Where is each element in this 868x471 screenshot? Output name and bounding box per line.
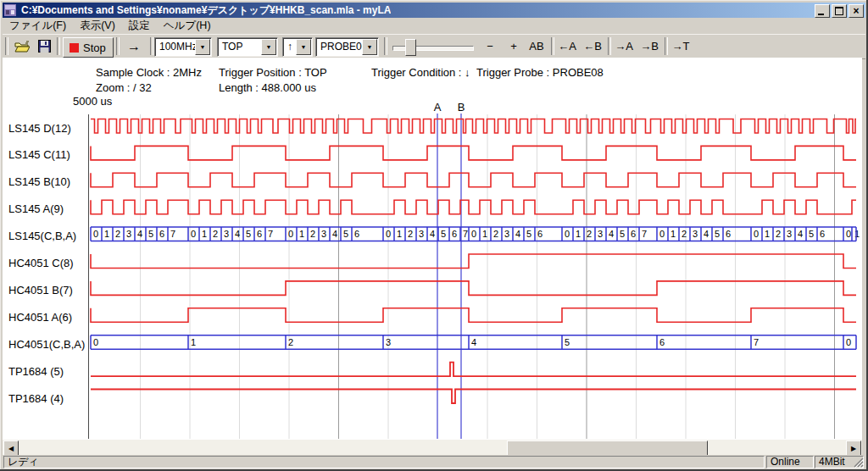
sample-clock-value: 100MHz	[159, 40, 198, 53]
dropdown-arrow-icon[interactable]: ▼	[261, 39, 276, 55]
scroll-right-button[interactable]: ▶	[846, 441, 861, 456]
channel-label: LS145(C,B,A)	[8, 230, 76, 242]
channel-label: HC4051 C(8)	[8, 257, 74, 269]
minimize-button[interactable]	[815, 4, 830, 18]
goto-trigger-button[interactable]: →T	[669, 36, 693, 56]
scrollbar-thumb[interactable]	[507, 441, 708, 456]
toolbar-separator	[551, 37, 554, 55]
info-sample-clock: Sample Clock : 2MHz	[96, 66, 202, 79]
app-window: C:¥Documents and Settings¥noname¥デスクトップ¥…	[0, 0, 868, 471]
maximize-button[interactable]	[832, 4, 847, 18]
toolbar: Stop → 100MHz ▼ TOP ▼ ↑ ▼ PROBE00 ▼ − + …	[3, 34, 865, 59]
sample-clock-combo[interactable]: 100MHz ▼	[154, 37, 212, 57]
channel-label: LS145 A(9)	[8, 202, 64, 215]
open-file-button[interactable]	[12, 37, 32, 55]
time-division-label: 5000 us	[73, 95, 112, 108]
channel-label: LS145 C(11)	[8, 148, 70, 161]
trigger-probe-value: PROBE00	[320, 40, 367, 53]
toolbar-separator	[665, 37, 668, 55]
maximize-icon	[835, 7, 843, 15]
slider-thumb[interactable]	[405, 39, 416, 56]
waveform-area	[3, 58, 862, 440]
status-online: Online	[766, 456, 814, 468]
goto-cursor-b-right-button[interactable]: →B	[637, 36, 661, 56]
close-icon: ×	[853, 6, 859, 16]
dropdown-arrow-icon[interactable]: ▼	[362, 39, 377, 55]
dropdown-arrow-icon[interactable]: ▼	[195, 39, 210, 55]
menu-settings[interactable]: 設定	[122, 17, 157, 35]
window-border	[0, 0, 1, 471]
minimize-icon	[818, 14, 824, 15]
channel-label: HC4051 B(7)	[8, 284, 73, 296]
window-border	[0, 0, 868, 1]
toolbar-grip	[5, 37, 8, 55]
close-button[interactable]: ×	[849, 4, 864, 18]
goto-cursor-a-left-button[interactable]: ←A	[555, 36, 579, 56]
stop-square-icon	[70, 43, 79, 53]
channel-label: LS145 D(12)	[8, 122, 71, 135]
dropdown-arrow-icon[interactable]: ▼	[296, 39, 311, 55]
resize-grip[interactable]	[853, 457, 864, 468]
save-button[interactable]	[34, 37, 54, 55]
trigger-position-value: TOP	[222, 40, 242, 53]
toolbar-separator	[608, 37, 611, 55]
channel-label: TP1684 (5)	[8, 365, 64, 378]
channel-label: HC4051 A(6)	[8, 311, 72, 324]
trigger-edge-combo[interactable]: ↑ ▼	[282, 37, 313, 57]
info-trigger-position: Trigger Position : TOP	[219, 66, 327, 79]
trigger-probe-combo[interactable]: PROBE00 ▼	[315, 37, 379, 57]
goto-cursor-a-right-button[interactable]: →A	[612, 36, 636, 56]
menu-view[interactable]: 表示(V)	[73, 17, 122, 35]
toolbar-separator	[116, 37, 120, 55]
floppy-disk-icon	[38, 40, 51, 53]
run-button[interactable]: →	[121, 36, 147, 56]
channel-label: TP1684 (4)	[8, 392, 64, 405]
status-ready: レディ	[3, 456, 765, 468]
zoom-in-button[interactable]: +	[504, 36, 524, 56]
menu-file[interactable]: ファイル(F)	[3, 17, 73, 35]
menu-help[interactable]: ヘルプ(H)	[157, 17, 218, 35]
trigger-position-combo[interactable]: TOP ▼	[217, 37, 278, 57]
zoom-slider[interactable]	[392, 36, 474, 57]
channel-label: LS145 B(10)	[8, 175, 70, 188]
trigger-edge-value: ↑	[287, 40, 292, 53]
zoom-ab-button[interactable]: AB	[525, 36, 548, 56]
goto-cursor-b-left-button[interactable]: ←B	[581, 36, 604, 56]
toolbar-separator	[150, 37, 153, 55]
info-length: Length : 488.000 us	[219, 81, 316, 94]
toolbar-separator	[384, 37, 387, 55]
scroll-right-icon: ▶	[851, 445, 856, 452]
title-bar[interactable]: C:¥Documents and Settings¥noname¥デスクトップ¥…	[3, 3, 865, 18]
scroll-left-icon: ◀	[8, 445, 14, 452]
open-folder-icon	[14, 41, 30, 53]
stop-label: Stop	[83, 42, 106, 54]
stop-button[interactable]: Stop	[63, 37, 114, 58]
info-trigger-condition: Trigger Condition : ↓	[371, 66, 470, 79]
info-trigger-probe: Trigger Probe : PROBE08	[476, 66, 604, 79]
app-icon	[4, 4, 18, 16]
channel-label: HC4051(C,B,A)	[8, 338, 85, 351]
horizontal-scrollbar[interactable]: ◀ ▶	[3, 440, 862, 455]
toolbar-separator	[57, 37, 60, 55]
status-bar: レディ Online 4MBit	[3, 455, 865, 468]
menu-bar: ファイル(F) 表示(V) 設定 ヘルプ(H)	[3, 18, 865, 34]
scroll-left-button[interactable]: ◀	[3, 441, 19, 456]
zoom-out-button[interactable]: −	[480, 36, 500, 56]
window-title: C:¥Documents and Settings¥noname¥デスクトップ¥…	[21, 3, 391, 18]
info-zoom: Zoom : / 32	[96, 81, 152, 94]
